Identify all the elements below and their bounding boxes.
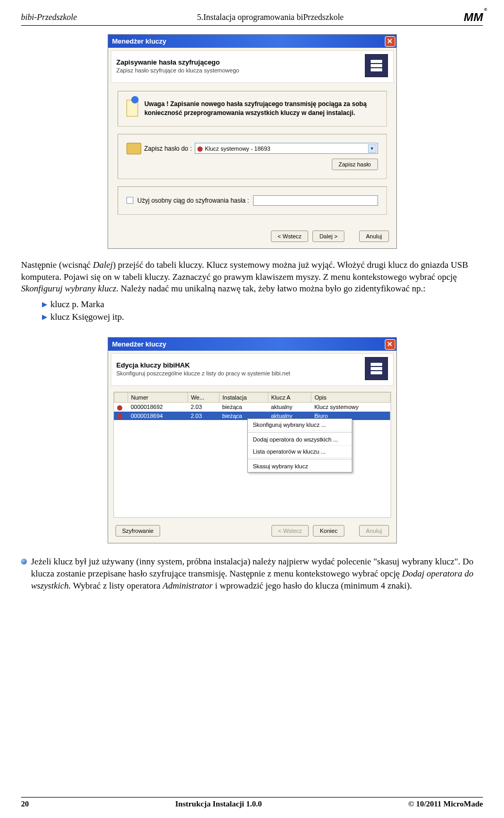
svg-rect-0	[371, 60, 382, 63]
paragraph-1: Następnie (wcisnąć Dalej) przejść do tab…	[21, 259, 483, 296]
wizard-buttons: < Wstecz Dalej > Anuluj	[108, 226, 396, 248]
warn-prefix: Uwaga !	[144, 100, 170, 108]
close-icon[interactable]: ✕	[385, 339, 395, 350]
back-button: < Wstecz	[271, 525, 309, 537]
warn-text: Zapisanie nowego hasła szyfrującego tran…	[144, 100, 366, 117]
key-select-combo[interactable]: Klucz systemowy - 18693 ▼	[195, 143, 377, 154]
cell-inst: bieżąca	[219, 403, 268, 412]
key-icon	[117, 414, 122, 419]
page-footer: 20 Instrukcja Instalacji 1.0.0 © 10/2011…	[21, 797, 483, 809]
menu-delete-key[interactable]: Skasuj wybrany klucz	[248, 460, 352, 472]
cell-ver: 2.03	[187, 403, 219, 412]
cell-keya: aktualny	[268, 403, 311, 412]
chevron-down-icon[interactable]: ▼	[368, 144, 376, 153]
cell-opis: Klucz systemowy	[311, 403, 390, 412]
band-title: Edycja kluczy bibiHAK	[117, 361, 290, 369]
band-subtitle: Skonfiguruj poszczególne klucze z listy …	[117, 370, 290, 376]
warning-panel: Uwaga ! Zapisanie nowego hasła szyfrując…	[118, 91, 387, 127]
footer-center: Instrukcja Instalacji 1.0.0	[175, 800, 262, 809]
col-number[interactable]: Numer	[128, 393, 187, 403]
svg-rect-5	[371, 371, 382, 374]
key-table: Numer We... Instalacja Klucz A Opis 0000…	[114, 392, 391, 420]
back-button[interactable]: < Wstecz	[271, 230, 309, 242]
bullet-2: klucz Księgowej itp.	[42, 312, 483, 322]
bullet-1: klucz p. Marka	[42, 299, 483, 310]
footer-right: © 10/2011 MicroMade	[408, 800, 483, 809]
band-title: Zapisywanie hasła szyfrującego	[117, 58, 239, 66]
dialog-key-manager-2: Menedżer kluczy ✕ Edycja kluczy bibiHAK …	[108, 337, 397, 543]
custom-key-panel: Użyj osobny ciąg do szyfrowania hasła :	[118, 186, 387, 215]
cell-num: 0000018694	[128, 412, 187, 420]
col-install[interactable]: Instalacja	[219, 393, 268, 403]
save-to-label: Zapisz hasło do :	[144, 145, 192, 152]
svg-rect-4	[371, 367, 382, 370]
cell-ver: 2.03	[187, 412, 219, 420]
table-row[interactable]: 00000186922.03bieżącaaktualnyKlucz syste…	[114, 403, 390, 412]
company-logo: MM®	[464, 11, 483, 24]
svg-rect-3	[371, 363, 382, 366]
dialog-header-band: Zapisywanie hasła szyfrującego Zapisz ha…	[111, 50, 394, 83]
key-stack-icon	[365, 357, 388, 380]
dialog-header-band: Edycja kluczy bibiHAK Skonfiguruj poszcz…	[111, 353, 394, 386]
window-title: Menedżer kluczy	[112, 340, 166, 348]
menu-add-operator[interactable]: Dodaj operatora do wszystkich ...	[248, 434, 352, 446]
custom-key-label: Użyj osobny ciąg do szyfrowania hasła :	[138, 197, 249, 204]
custom-key-input[interactable]	[253, 195, 377, 206]
svg-rect-1	[371, 64, 382, 67]
menu-configure-key[interactable]: Skonfiguruj wybrany klucz ...	[248, 419, 352, 431]
key-icon	[197, 146, 203, 152]
cell-num: 0000018692	[128, 403, 187, 412]
key-table-wrapper: Numer We... Instalacja Klucz A Opis 0000…	[113, 392, 391, 518]
svg-rect-2	[371, 68, 382, 71]
menu-list-operators[interactable]: Lista operatorów w kluczu ...	[248, 446, 352, 458]
note-icon	[127, 100, 138, 117]
save-key-panel: Zapisz hasło do : Klucz systemowy - 1869…	[118, 134, 387, 179]
tip-paragraph: Jeżeli klucz był już używany (inny syste…	[21, 556, 483, 592]
close-icon[interactable]: ✕	[385, 36, 395, 47]
encryption-button[interactable]: Szyfrowanie	[116, 525, 161, 537]
cancel-button: Anuluj	[359, 525, 389, 537]
titlebar: Menedżer kluczy ✕	[108, 35, 396, 48]
key-icon	[117, 405, 122, 411]
use-custom-checkbox[interactable]	[127, 197, 133, 204]
info-icon	[21, 559, 27, 564]
cancel-button[interactable]: Anuluj	[359, 230, 389, 242]
finish-button[interactable]: Koniec	[313, 525, 344, 537]
window-title: Menedżer kluczy	[112, 37, 166, 45]
arrow-icon	[42, 314, 47, 320]
header-center: 5.Instalacja oprogramowania biPrzedszkol…	[197, 13, 343, 22]
context-menu: Skonfiguruj wybrany klucz ... Dodaj oper…	[247, 418, 352, 473]
band-subtitle: Zapisz hasło szyfrujące do klucza system…	[117, 67, 239, 74]
titlebar: Menedżer kluczy ✕	[108, 338, 396, 351]
header-left: bibi-Przedszkole	[21, 13, 77, 22]
page-number: 20	[21, 800, 29, 809]
next-button[interactable]: Dalej >	[312, 230, 344, 242]
arrow-icon	[42, 302, 47, 307]
col-keya[interactable]: Klucz A	[268, 393, 311, 403]
key-stack-icon	[365, 54, 388, 77]
col-version[interactable]: We...	[187, 393, 219, 403]
col-opis[interactable]: Opis	[311, 393, 390, 403]
folder-icon	[127, 143, 141, 154]
page-header: bibi-Przedszkole 5.Instalacja oprogramow…	[21, 11, 483, 26]
dialog-key-manager-1: Menedżer kluczy ✕ Zapisywanie hasła szyf…	[108, 34, 397, 249]
save-password-button[interactable]: Zapisz hasło	[332, 159, 378, 170]
